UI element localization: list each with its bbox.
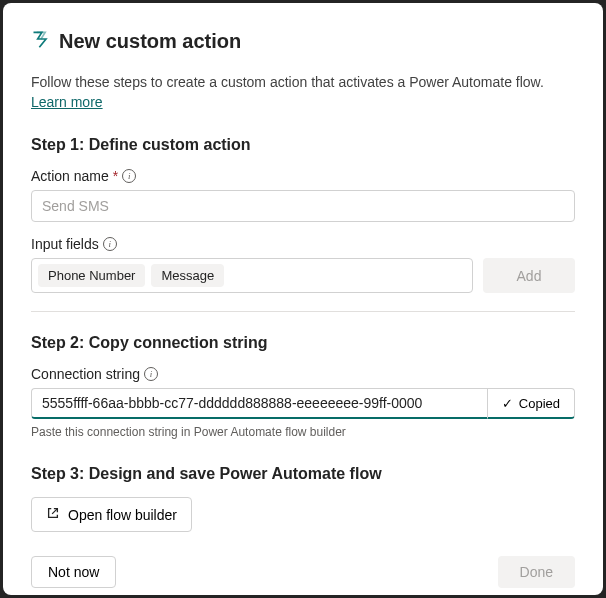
done-button[interactable]: Done	[498, 556, 575, 588]
dialog-title: New custom action	[59, 30, 241, 53]
info-icon[interactable]: i	[144, 367, 158, 381]
required-asterisk: *	[113, 168, 118, 184]
tag-message[interactable]: Message	[151, 264, 224, 287]
connection-string-input[interactable]	[31, 388, 487, 419]
add-field-button[interactable]: Add	[483, 258, 575, 293]
copy-button[interactable]: ✓ Copied	[487, 388, 575, 419]
step-3-title: Step 3: Design and save Power Automate f…	[31, 465, 575, 483]
info-icon[interactable]: i	[103, 237, 117, 251]
intro-text: Follow these steps to create a custom ac…	[31, 73, 575, 112]
step-1-title: Step 1: Define custom action	[31, 136, 575, 154]
action-name-label: Action name * i	[31, 168, 575, 184]
step-1-section: Step 1: Define custom action Action name…	[31, 136, 575, 330]
flow-icon	[31, 29, 51, 53]
connection-hint: Paste this connection string in Power Au…	[31, 425, 575, 439]
open-external-icon	[46, 506, 60, 523]
divider	[31, 311, 575, 312]
not-now-button[interactable]: Not now	[31, 556, 116, 588]
action-name-input[interactable]	[31, 190, 575, 222]
input-fields-tagbox[interactable]: Phone Number Message	[31, 258, 473, 293]
check-icon: ✓	[502, 396, 513, 411]
tag-phone-number[interactable]: Phone Number	[38, 264, 145, 287]
info-icon[interactable]: i	[122, 169, 136, 183]
input-fields-label: Input fields i	[31, 236, 575, 252]
step-2-section: Step 2: Copy connection string Connectio…	[31, 334, 575, 461]
connection-string-label: Connection string i	[31, 366, 575, 382]
open-flow-builder-button[interactable]: Open flow builder	[31, 497, 192, 532]
learn-more-link[interactable]: Learn more	[31, 94, 103, 110]
step-2-title: Step 2: Copy connection string	[31, 334, 575, 352]
dialog-header: New custom action	[31, 29, 575, 53]
step-3-section: Step 3: Design and save Power Automate f…	[31, 465, 575, 532]
new-custom-action-dialog: New custom action Follow these steps to …	[3, 3, 603, 595]
dialog-footer: Not now Done	[31, 536, 575, 588]
